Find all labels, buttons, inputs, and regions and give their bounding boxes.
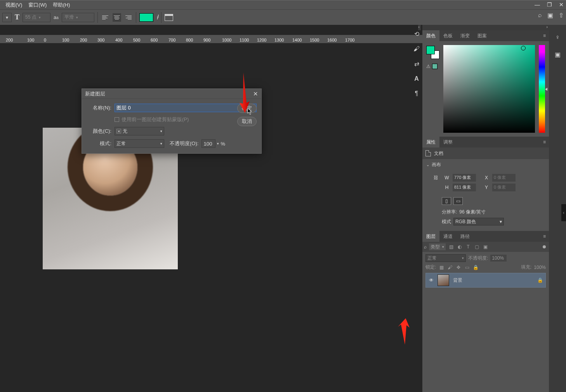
tab-adjustments[interactable]: 调整 (439, 137, 457, 148)
gamut-suggest-swatch[interactable] (432, 64, 438, 69)
text-orientation-icon[interactable]: T (15, 13, 19, 21)
adjust-icon[interactable]: ⇄ (414, 60, 419, 68)
opacity-input[interactable] (201, 139, 215, 148)
menu-help[interactable]: 帮助(H) (50, 0, 73, 10)
brush-icon[interactable]: 🖌 (413, 45, 420, 52)
gamut-warning-icon[interactable]: ⚠ (426, 64, 431, 69)
tab-gradient[interactable]: 渐变 (457, 30, 474, 42)
tab-channels[interactable]: 通道 (439, 231, 457, 242)
color-mode-select[interactable]: RGB 颜色▾ (453, 218, 504, 225)
filter-kind-select[interactable]: 类型▾ (429, 243, 446, 250)
share-icon[interactable]: ⇧ (559, 12, 564, 19)
maximize-icon[interactable]: ❐ (547, 2, 552, 8)
color-select[interactable]: ✕ 无▾ (115, 127, 164, 135)
y-value[interactable]: 0 像素 (492, 184, 516, 191)
history-icon[interactable]: ⟲ (414, 30, 419, 38)
collapse-tab[interactable]: ‹ (561, 204, 566, 221)
separator (161, 12, 161, 23)
tab-properties[interactable]: 属性 (422, 137, 439, 148)
opacity-stepper[interactable]: ▾ (215, 142, 220, 146)
height-label: H (444, 185, 450, 190)
visibility-icon[interactable]: 👁 (428, 278, 434, 283)
dock-collapse-right[interactable]: ›› (422, 25, 549, 30)
width-value[interactable]: 770 像素 (453, 174, 476, 182)
screen-mode-icon[interactable]: ▣ (547, 12, 553, 19)
layer-row-background[interactable]: 👁 背景 🔒 (425, 273, 546, 288)
tab-swatches[interactable]: 色板 (439, 30, 457, 42)
align-right-button[interactable] (124, 13, 133, 22)
font-size-combo[interactable]: 55 点▾ (23, 13, 50, 22)
menu-view[interactable]: 视图(V) (2, 0, 25, 10)
x-value[interactable]: 0 像素 (492, 174, 516, 182)
tab-pattern[interactable]: 图案 (474, 30, 491, 42)
orientation-landscape-button[interactable]: ▭ (453, 197, 463, 205)
percent-label: % (220, 141, 225, 147)
filter-search-icon[interactable]: ⌕ (424, 244, 427, 250)
close-icon[interactable]: ✕ (253, 90, 258, 97)
align-center-button[interactable] (113, 13, 121, 22)
tool-preset-dropdown[interactable]: ▾ (2, 13, 12, 22)
lock-all-icon[interactable]: 🔒 (472, 265, 479, 270)
panel-menu-icon[interactable]: ≡ (540, 139, 549, 145)
cancel-button[interactable]: 取消 (237, 117, 257, 126)
learn-icon[interactable]: ♀ (553, 33, 562, 42)
lock-position-icon[interactable]: ✥ (455, 265, 462, 270)
filter-pixel-icon[interactable]: ▧ (448, 244, 454, 250)
document-icon (425, 150, 431, 156)
tab-paths[interactable]: 路径 (457, 231, 474, 242)
ruler-tick: 300 (97, 38, 104, 42)
hue-slider[interactable] (539, 45, 545, 133)
color-panel-body: ⚠ (422, 41, 549, 137)
filter-type-icon[interactable]: T (465, 244, 471, 250)
filter-smart-icon[interactable]: ▣ (482, 244, 488, 250)
library-icon[interactable]: ▣ (553, 50, 562, 59)
blend-mode-select[interactable]: 正常▾ (115, 139, 164, 148)
minimize-icon[interactable]: — (535, 2, 540, 8)
filter-toggle[interactable] (543, 245, 546, 248)
filter-adjust-icon[interactable]: ◐ (457, 244, 463, 250)
lock-transparent-icon[interactable]: ▦ (438, 265, 444, 270)
character-icon[interactable]: A (414, 75, 419, 82)
menu-window[interactable]: 窗口(W) (25, 0, 50, 10)
tab-color[interactable]: 颜色 (422, 30, 439, 42)
height-value[interactable]: 811 像素 (453, 184, 476, 191)
fg-bg-color[interactable] (426, 46, 439, 59)
antialias-combo[interactable]: 平滑▾ (62, 13, 94, 22)
color-panel-tabs: 颜色 色板 渐变 图案 ≡ (422, 30, 549, 41)
ruler-tick: 100 (62, 38, 69, 42)
no-color-icon: ✕ (116, 129, 121, 134)
layer-opacity-value[interactable]: 100% (490, 255, 507, 262)
canvas-section-header[interactable]: ⌄ 画布 (426, 161, 545, 168)
opacity-label: 不透明度(O): (170, 140, 198, 147)
close-window-icon[interactable]: ✕ (559, 2, 564, 8)
dock-collapse-left[interactable]: ‹‹ (418, 25, 421, 30)
warp-text-icon[interactable]: ƚ (156, 14, 158, 21)
character-panel-icon[interactable] (165, 14, 173, 21)
dialog-titlebar[interactable]: 新建图层 ✕ (82, 89, 261, 99)
panel-menu-icon[interactable]: ≡ (540, 33, 549, 38)
sv-picker[interactable] (443, 45, 535, 133)
fill-value[interactable]: 100% (534, 265, 546, 270)
link-icon[interactable]: ⛓ (433, 175, 439, 180)
color-mode-label: 模式 (442, 219, 451, 225)
search-icon[interactable]: ⌕ (538, 12, 542, 19)
fill-label: 填充: (521, 264, 531, 271)
right-dock: ›› 颜色 色板 渐变 图案 ≡ ⚠ 属性 调整 ≡ 文档 (422, 25, 549, 392)
y-label: Y (484, 185, 489, 190)
layer-name[interactable]: 背景 (453, 277, 462, 284)
lock-artboard-icon[interactable]: ▭ (464, 265, 470, 270)
layer-thumbnail[interactable] (438, 274, 449, 286)
orientation-portrait-button[interactable]: ▯ (442, 197, 451, 205)
tab-layers[interactable]: 图层 (422, 231, 439, 242)
ok-button[interactable]: 确定 (237, 104, 257, 113)
text-color-swatch[interactable] (139, 13, 153, 22)
panel-menu-icon[interactable]: ≡ (540, 234, 549, 239)
filter-shape-icon[interactable]: ▢ (474, 244, 480, 250)
layer-blend-select[interactable]: 正常▾ (425, 254, 466, 262)
align-left-button[interactable] (101, 13, 109, 22)
lock-paint-icon[interactable]: 🖌 (447, 265, 453, 270)
layer-name-input[interactable] (115, 104, 257, 112)
paragraph-icon[interactable]: ¶ (415, 90, 418, 97)
lock-icon[interactable]: 🔒 (537, 278, 543, 283)
fg-color-swatch[interactable] (426, 46, 435, 54)
